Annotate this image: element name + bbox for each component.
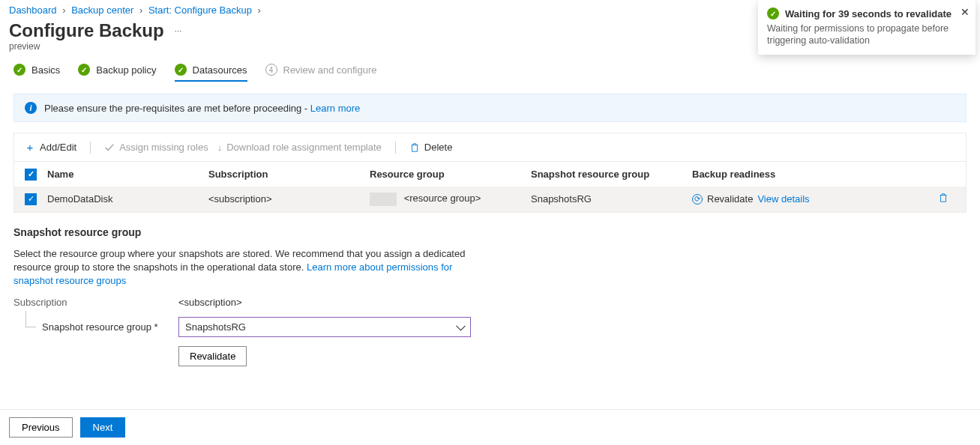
toolbar-label: Delete [424, 142, 453, 153]
cell-subscription: <subscription> [205, 193, 367, 205]
cell-resource-group: <resource group> [367, 193, 528, 206]
step-basics[interactable]: Basics [13, 64, 60, 82]
chevron-right-icon: › [62, 4, 65, 16]
snapshot-rg-select[interactable]: SnapshotsRG [178, 317, 471, 337]
snapshot-rg-section: Snapshot resource group Select the resou… [0, 213, 980, 367]
cell-resource-group-text: <resource group> [404, 193, 481, 204]
download-template-button: Download role assignment template [214, 140, 385, 154]
readiness-status: Revalidate [707, 193, 753, 205]
cell-snapshot-rg: SnapshotsRG [528, 193, 689, 205]
next-button[interactable]: Next [80, 417, 126, 438]
toolbar-separator [395, 142, 396, 154]
info-text: Please ensure the pre-requisites are met… [44, 103, 310, 114]
info-icon [25, 102, 37, 114]
toolbar-separator [90, 142, 91, 154]
wizard-steps: Basics Backup policy Datasources 4 Revie… [0, 64, 980, 82]
download-icon [217, 142, 223, 153]
toolbar-label: Add/Edit [40, 142, 76, 153]
table-header: Name Subscription Resource group Snapsho… [14, 161, 966, 187]
th-snapshot-rg[interactable]: Snapshot resource group [528, 169, 689, 180]
section-heading: Snapshot resource group [13, 226, 967, 238]
check-circle-icon [175, 64, 187, 76]
table-row[interactable]: DemoDataDisk <subscription> <resource gr… [14, 187, 966, 212]
plus-icon [25, 141, 35, 154]
placeholder-thumb [370, 193, 397, 206]
toast-title-text: Waiting for 39 seconds to revalidate [785, 8, 952, 19]
step-label: Review and configure [283, 64, 377, 76]
notification-toast: ✕ Waiting for 39 seconds to revalidate W… [758, 0, 976, 55]
row-delete-icon[interactable] [938, 193, 949, 203]
th-readiness[interactable]: Backup readiness [689, 169, 928, 180]
snapshot-rg-label-text: Snapshot resource group * [42, 321, 158, 333]
step-label: Basics [31, 64, 60, 76]
toolbar-label: Download role assignment template [226, 142, 382, 153]
breadcrumb-link-dashboard[interactable]: Dashboard [9, 4, 57, 16]
check-circle-icon [13, 64, 25, 76]
assign-roles-button: Assign missing roles [101, 140, 211, 154]
check-circle-icon [78, 64, 90, 76]
readiness-cell: Revalidate View details [692, 193, 925, 205]
wizard-footer: Previous Next [0, 409, 980, 445]
datasources-toolbar: Add/Edit Assign missing roles Download r… [14, 133, 966, 161]
view-details-link[interactable]: View details [757, 193, 809, 205]
info-banner: Please ensure the pre-requisites are met… [13, 94, 967, 122]
previous-button[interactable]: Previous [9, 417, 73, 438]
chevron-right-icon: › [258, 4, 261, 16]
chevron-right-icon: › [139, 4, 142, 16]
more-icon[interactable]: ··· [175, 25, 182, 36]
toast-body-text: Waiting for permissions to propagate bef… [767, 22, 953, 47]
th-subscription[interactable]: Subscription [205, 169, 367, 180]
step-number-icon: 4 [265, 64, 277, 76]
th-name[interactable]: Name [44, 169, 205, 180]
page-title: Configure Backup [9, 20, 164, 41]
breadcrumb-link-start-configure[interactable]: Start: Configure Backup [148, 4, 252, 16]
revalidate-button[interactable]: Revalidate [178, 346, 247, 366]
datasources-panel: Add/Edit Assign missing roles Download r… [13, 133, 967, 213]
step-backup-policy[interactable]: Backup policy [78, 64, 156, 82]
subscription-label: Subscription [13, 297, 178, 308]
checkmark-icon [104, 142, 115, 153]
subscription-value: <subscription> [178, 297, 967, 308]
add-edit-button[interactable]: Add/Edit [22, 139, 79, 155]
trash-icon [409, 142, 420, 153]
step-datasources[interactable]: Datasources [175, 64, 247, 82]
step-label: Backup policy [96, 64, 156, 76]
close-icon[interactable]: ✕ [961, 6, 970, 18]
toolbar-label: Assign missing roles [119, 142, 208, 153]
row-checkbox[interactable] [25, 193, 37, 205]
delete-button[interactable]: Delete [406, 140, 456, 154]
th-resource-group[interactable]: Resource group [367, 169, 528, 180]
cell-name: DemoDataDisk [44, 193, 205, 205]
step-label: Datasources [193, 64, 247, 76]
snapshot-rg-label: Snapshot resource group * [13, 321, 178, 333]
step-review: 4 Review and configure [265, 64, 377, 82]
info-learn-more-link[interactable]: Learn more [310, 103, 360, 114]
revalidate-icon [692, 194, 703, 205]
breadcrumb-link-backup-center[interactable]: Backup center [71, 4, 133, 16]
tree-indent-line [25, 311, 36, 327]
success-icon [767, 7, 779, 19]
select-all-checkbox[interactable] [25, 169, 37, 181]
